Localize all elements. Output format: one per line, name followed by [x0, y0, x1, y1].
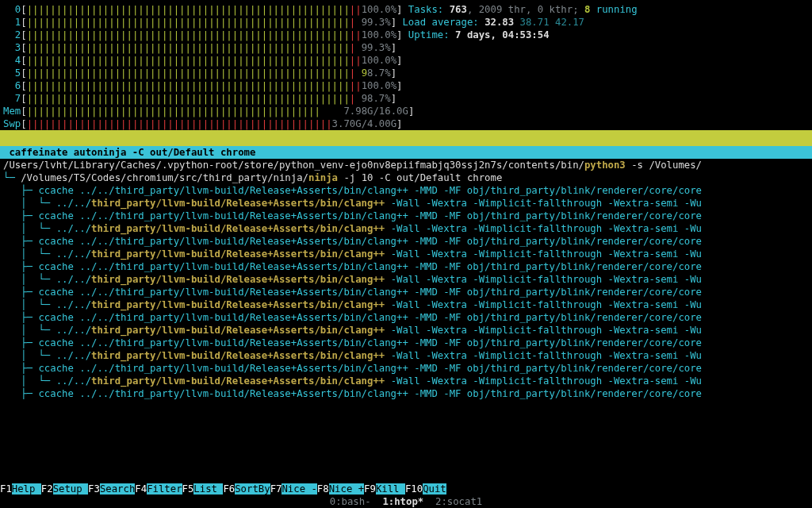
- process-row[interactable]: ├─ ccache ../../third_party/llvm-build/R…: [3, 286, 812, 298]
- process-row[interactable]: ├─ ccache ../../third_party/llvm-build/R…: [3, 210, 812, 222]
- fnkey-label[interactable]: Kill: [376, 483, 405, 495]
- process-row[interactable]: ├─ ccache ../../third_party/llvm-build/R…: [3, 387, 812, 400]
- fnkey-F2[interactable]: F2: [41, 483, 53, 495]
- fnkey-label[interactable]: Search: [100, 483, 135, 495]
- fnkey-F10[interactable]: F10: [405, 483, 423, 495]
- fnkey-F7[interactable]: F7: [270, 483, 282, 495]
- process-row[interactable]: │ └─ ../../third_party/llvm-build/Releas…: [3, 273, 812, 286]
- command-column-header[interactable]: caffeinate autoninja -C out/Default chro…: [0, 146, 812, 159]
- fnkey-label[interactable]: List: [193, 483, 223, 495]
- cpu-bar-1: 1[||||||||||||||||||||||||||||||||||||||…: [3, 16, 809, 29]
- cpu-bar-5: 5[||||||||||||||||||||||||||||||||||||||…: [3, 67, 809, 79]
- fnkey-label[interactable]: Setup: [53, 483, 88, 495]
- process-row[interactable]: │ └─ ../../third_party/llvm-build/Releas…: [3, 349, 812, 362]
- separator-bar: [0, 130, 812, 146]
- process-row[interactable]: │ └─ ../../third_party/llvm-build/Releas…: [3, 222, 812, 235]
- fnkey-label[interactable]: SortBy: [235, 483, 270, 495]
- process-row[interactable]: └─ /Volumes/TS/Codes/chromium/src/third_…: [3, 171, 812, 184]
- process-row[interactable]: /Users/lvht/Library/Caches/.vpython-root…: [3, 159, 812, 171]
- cpu-bar-6: 6[||||||||||||||||||||||||||||||||||||||…: [3, 79, 809, 92]
- process-row[interactable]: │ └─ ../../third_party/llvm-build/Releas…: [3, 298, 812, 311]
- htop-header: 0[||||||||||||||||||||||||||||||||||||||…: [0, 0, 812, 130]
- cpu-bar-3: 3[||||||||||||||||||||||||||||||||||||||…: [3, 41, 809, 54]
- process-row[interactable]: │ └─ ../../third_party/llvm-build/Releas…: [3, 248, 812, 260]
- fnkey-F8[interactable]: F8: [317, 483, 329, 495]
- fnkey-label[interactable]: Help: [12, 483, 41, 495]
- swap-bar: Swp[||||||||||||||||||||||||||||||||||||…: [3, 117, 809, 130]
- fnkey-label[interactable]: Filter: [147, 483, 182, 495]
- process-row[interactable]: │ └─ ../../third_party/llvm-build/Releas…: [3, 324, 812, 337]
- fnkey-F6[interactable]: F6: [223, 483, 235, 495]
- process-tree[interactable]: /Users/lvht/Library/Caches/.vpython-root…: [0, 159, 812, 400]
- cpu-bar-7: 7[||||||||||||||||||||||||||||||||||||||…: [3, 92, 809, 105]
- process-row[interactable]: ├─ ccache ../../third_party/llvm-build/R…: [3, 184, 812, 197]
- fnkey-F5[interactable]: F5: [182, 483, 194, 495]
- tmux-status-bar[interactable]: 0:bash- 1:htop* 2:socat1: [0, 495, 812, 508]
- cpu-bar-4: 4[||||||||||||||||||||||||||||||||||||||…: [3, 54, 809, 67]
- memory-bar: Mem[||||||||||||||||||||||||||||||||||||…: [3, 105, 809, 117]
- fnkey-F4[interactable]: F4: [135, 483, 147, 495]
- process-row[interactable]: │ └─ ../../third_party/llvm-build/Releas…: [3, 375, 812, 387]
- process-row[interactable]: │ └─ ../../third_party/llvm-build/Releas…: [3, 197, 812, 210]
- function-key-bar: F1Help F2Setup F3SearchF4FilterF5List F6…: [0, 483, 812, 495]
- fnkey-label[interactable]: Quit: [423, 483, 446, 495]
- cpu-bar-2: 2[||||||||||||||||||||||||||||||||||||||…: [3, 29, 809, 41]
- fnkey-label[interactable]: Nice -: [282, 483, 316, 495]
- process-row[interactable]: ├─ ccache ../../third_party/llvm-build/R…: [3, 362, 812, 375]
- fnkey-F9[interactable]: F9: [364, 483, 376, 495]
- process-row[interactable]: ├─ ccache ../../third_party/llvm-build/R…: [3, 311, 812, 324]
- fnkey-F1[interactable]: F1: [0, 483, 12, 495]
- fnkey-F3[interactable]: F3: [88, 483, 100, 495]
- process-row[interactable]: ├─ ccache ../../third_party/llvm-build/R…: [3, 260, 812, 273]
- process-row[interactable]: ├─ ccache ../../third_party/llvm-build/R…: [3, 235, 812, 248]
- cpu-bar-0: 0[||||||||||||||||||||||||||||||||||||||…: [3, 3, 809, 16]
- process-row[interactable]: ├─ ccache ../../third_party/llvm-build/R…: [3, 337, 812, 349]
- fnkey-label[interactable]: Nice +: [329, 483, 364, 495]
